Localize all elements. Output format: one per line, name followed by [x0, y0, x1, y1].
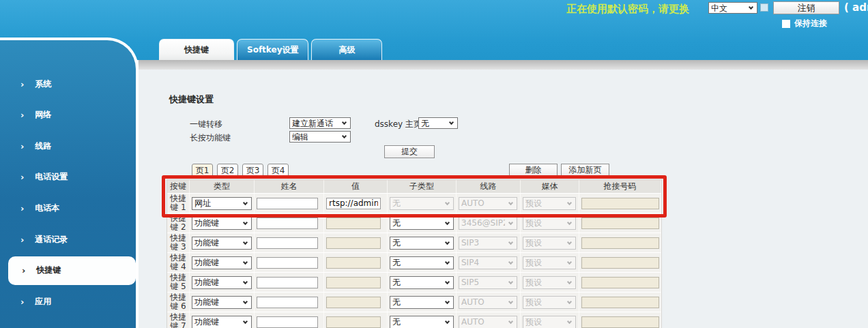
type-select-row4-wrap[interactable]: 功能键	[192, 256, 252, 269]
table-cell	[579, 233, 661, 252]
subtype-select-row3[interactable]: 无	[390, 237, 453, 249]
type-select-row3[interactable]: 功能键	[192, 237, 251, 249]
tab-3[interactable]: 高级	[311, 39, 382, 60]
table-row: 快捷键 7功能键无AUTO预设	[167, 312, 661, 328]
subtype-select-row5[interactable]: 无	[390, 277, 453, 288]
language-apply-checkbox[interactable]	[760, 3, 768, 12]
subtype-select-row6[interactable]: 无	[390, 297, 453, 308]
type-select-row7-wrap[interactable]: 功能键	[192, 316, 252, 328]
subtype-select-row7[interactable]: 无	[390, 316, 453, 328]
one-key-transfer-select-wrap[interactable]: 建立新通话	[289, 117, 351, 129]
keep-connected-checkbox[interactable]	[782, 20, 790, 28]
tab-1[interactable]: 快捷键	[159, 39, 234, 60]
table-cell: SIP3	[457, 233, 521, 252]
column-header: 值	[324, 180, 388, 193]
type-select-row1-wrap[interactable]: 网址	[192, 197, 252, 210]
add-page-button[interactable]: 添加新页	[561, 164, 609, 177]
sidebar-item-4[interactable]: ›电话设置	[0, 163, 136, 192]
type-select-row1[interactable]: 网址	[192, 198, 251, 209]
long-press-select-wrap[interactable]: 编辑	[289, 131, 351, 143]
language-select-wrap[interactable]: 中文	[708, 2, 757, 14]
sidebar-item-1[interactable]: ›系统	[0, 70, 136, 98]
name-input-row2[interactable]	[257, 218, 318, 229]
column-header: 按键	[167, 180, 190, 193]
delete-page-button[interactable]: 删除	[509, 164, 558, 177]
name-input-row6[interactable]	[257, 297, 318, 308]
type-select-row2[interactable]: 功能键	[192, 218, 251, 229]
subtype-select-row7-wrap[interactable]: 无	[390, 316, 454, 328]
table-cell: 无	[388, 194, 457, 213]
key-label: 快捷键 4	[167, 253, 190, 272]
type-select-row7[interactable]: 功能键	[192, 316, 251, 328]
sidebar-item-label: 系统	[35, 78, 51, 90]
name-input-row4[interactable]	[257, 257, 318, 269]
media-select-row2: 预设	[523, 218, 575, 229]
value-input-row1[interactable]	[326, 198, 381, 209]
type-select-row6[interactable]: 功能键	[192, 297, 251, 308]
subtype-select-row2-wrap[interactable]: 无	[390, 217, 454, 230]
pickup-number-input-row7	[581, 316, 659, 328]
sidebar-item-7[interactable]: ›快捷键	[8, 256, 136, 285]
value-input-row6	[326, 297, 381, 308]
page-tab-1[interactable]: 页1	[192, 164, 213, 178]
table-cell	[324, 293, 388, 312]
line-select-row7-wrap: AUTO	[459, 316, 517, 328]
sidebar-item-label: 快捷键	[36, 265, 61, 276]
tab-shadow-strip	[139, 60, 868, 70]
long-press-select[interactable]: 编辑	[290, 132, 350, 142]
line-select-row4: SIP4	[459, 257, 517, 269]
media-select-row4-wrap: 预设	[523, 256, 576, 269]
subtype-select-row2[interactable]: 无	[390, 218, 453, 229]
subtype-select-row4[interactable]: 无	[390, 257, 453, 269]
line-select-row4-wrap: SIP4	[459, 256, 517, 269]
type-select-row3-wrap[interactable]: 功能键	[192, 237, 252, 250]
tab-2[interactable]: Softkey设置	[237, 39, 308, 60]
table-cell	[324, 194, 388, 213]
one-key-transfer-select[interactable]: 建立新通话	[290, 118, 350, 128]
dsskey-home-select-wrap[interactable]: 无	[418, 117, 458, 129]
table-cell	[324, 233, 388, 252]
page-tab-4[interactable]: 页4	[267, 164, 289, 178]
line-select-row1: AUTO	[459, 198, 517, 209]
type-select-row4[interactable]: 功能键	[192, 257, 251, 269]
type-select-row5[interactable]: 功能键	[192, 277, 251, 288]
logout-button[interactable]: 注销	[773, 1, 839, 14]
subtype-select-row5-wrap[interactable]: 无	[390, 276, 454, 289]
line-select-row7: AUTO	[459, 316, 517, 328]
table-cell	[324, 273, 388, 292]
table-cell	[579, 213, 661, 233]
type-select-row6-wrap[interactable]: 功能键	[192, 296, 252, 309]
sidebar-item-2[interactable]: ›网络	[0, 101, 136, 130]
subtype-select-row4-wrap[interactable]: 无	[390, 256, 454, 269]
chevron-right-icon: ›	[20, 203, 24, 213]
line-select-row1-wrap: AUTO	[459, 197, 517, 210]
name-input-row3[interactable]	[257, 237, 318, 249]
sidebar-item-6[interactable]: ›通话记录	[0, 225, 136, 254]
line-select-row2-wrap: 3456@SIP2	[459, 217, 517, 230]
name-input-row5[interactable]	[257, 277, 318, 288]
sidebar-item-label: 电话本	[35, 203, 59, 214]
table-cell: 功能键	[190, 293, 255, 312]
page-tab-3[interactable]: 页3	[242, 164, 263, 178]
table-row: 快捷键 6功能键无AUTO预设	[167, 293, 661, 312]
dsskey-home-select[interactable]: 无	[419, 118, 457, 128]
media-select-row7-wrap: 预设	[523, 316, 576, 328]
page-tab-2[interactable]: 页2	[217, 164, 238, 178]
table-row: 快捷键 2功能键无3456@SIP2预设	[167, 213, 661, 233]
table-cell: 无	[388, 312, 457, 328]
key-label: 快捷键 3	[167, 233, 190, 252]
sidebar-item-3[interactable]: ›线路	[0, 132, 136, 160]
type-select-row2-wrap[interactable]: 功能键	[192, 217, 252, 230]
type-select-row5-wrap[interactable]: 功能键	[192, 276, 252, 289]
submit-button[interactable]: 提交	[384, 145, 435, 158]
language-select[interactable]: 中文	[709, 3, 757, 13]
keep-connected-label: 保持连接	[794, 18, 827, 29]
sidebar-item-8[interactable]: ›应用	[0, 287, 136, 316]
name-input-row7[interactable]	[257, 316, 318, 328]
subtype-select-row3-wrap[interactable]: 无	[390, 237, 454, 250]
phone-admin-page: 正在使用默认密码，请更换 中文 注销 ( adm 保持连接 ›系统›网络›线路›…	[0, 0, 868, 328]
subtype-select-row6-wrap[interactable]: 无	[390, 296, 454, 309]
name-input-row1[interactable]	[257, 198, 318, 209]
sidebar-item-label: 网络	[35, 109, 51, 121]
sidebar-item-5[interactable]: ›电话本	[0, 194, 136, 222]
